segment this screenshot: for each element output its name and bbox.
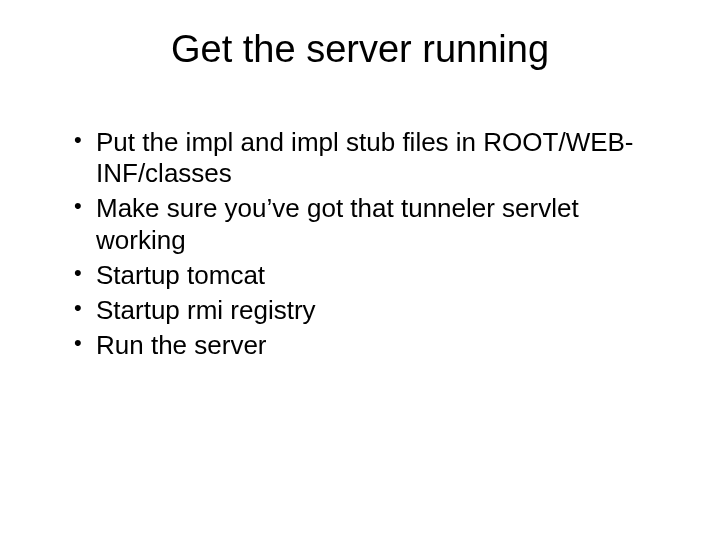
- list-item: Startup tomcat: [74, 260, 670, 291]
- list-item: Startup rmi registry: [74, 295, 670, 326]
- slide: Get the server running Put the impl and …: [0, 0, 720, 540]
- bullet-list: Put the impl and impl stub files in ROOT…: [50, 127, 670, 361]
- slide-title: Get the server running: [50, 28, 670, 71]
- list-item: Run the server: [74, 330, 670, 361]
- list-item: Make sure you’ve got that tunneler servl…: [74, 193, 670, 255]
- list-item: Put the impl and impl stub files in ROOT…: [74, 127, 670, 189]
